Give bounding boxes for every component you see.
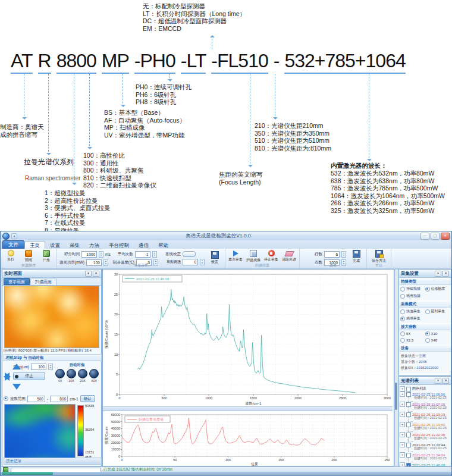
expand-icon[interactable] <box>400 412 405 417</box>
tab-acquire[interactable]: 采集 <box>65 242 84 249</box>
item-checkbox[interactable] <box>406 453 411 458</box>
item-checkbox[interactable] <box>406 412 411 417</box>
tree-item-subtitle: 创建时间 : 2021-02-25 … <box>400 447 450 452</box>
range-confirm-button[interactable]: 确认 <box>80 395 95 402</box>
quick-access-dropdown-icon[interactable]: ▾ <box>11 233 17 239</box>
item-checkbox[interactable] <box>406 443 411 447</box>
radio-option[interactable]: 位移触发 <box>425 286 450 292</box>
model-seg-lt: -LT <box>181 50 206 74</box>
expand-icon[interactable] <box>400 386 405 392</box>
dpad-up-button[interactable] <box>12 364 21 369</box>
scan-imaging-button[interactable]: 扫描成像 <box>246 250 261 263</box>
tab-help[interactable]: 帮助 <box>153 242 173 249</box>
range-from-input[interactable]: 500 <box>27 396 45 402</box>
rows-input[interactable]: 6 <box>324 251 340 258</box>
illumination-button[interactable]: 照明 <box>21 250 36 263</box>
dpad-right-button[interactable] <box>5 372 11 381</box>
svg-text:200: 200 <box>331 458 337 462</box>
bottom-strip-accent <box>2 472 53 475</box>
light-off-button[interactable]: 关灯 <box>3 250 18 262</box>
scrollbar-handle[interactable] <box>395 383 397 410</box>
panel-pin-icon[interactable]: ▾ <box>435 271 441 277</box>
tab-communication[interactable]: 通信 <box>134 242 153 249</box>
tab-scan-view[interactable]: 扫描画面 <box>30 278 56 285</box>
dpad-down-button[interactable] <box>12 384 21 390</box>
file-menu-button[interactable]: 文件 <box>2 240 24 249</box>
expand-icon[interactable] <box>400 422 405 427</box>
stop-acquire-button[interactable]: 停止采集 <box>263 250 279 262</box>
integration-spinner[interactable] <box>99 251 103 258</box>
panel-close-icon[interactable]: ✕ <box>442 271 449 277</box>
step-spinner[interactable] <box>48 364 53 370</box>
expand-icon[interactable] <box>400 402 405 407</box>
svg-text:位置: 位置 <box>251 462 258 466</box>
radio-option[interactable]: X10 <box>425 331 450 336</box>
panel-splitter[interactable] <box>103 406 393 411</box>
average-count-input[interactable]: 1 <box>135 251 150 258</box>
radio-option[interactable]: 精准拍摄 <box>400 293 425 299</box>
baseline-toggle[interactable] <box>183 251 196 257</box>
connector-mp <box>123 74 123 107</box>
objective-10x-button[interactable]: 10X <box>67 369 76 383</box>
tab-home[interactable]: 主页 <box>24 241 45 249</box>
close-button[interactable]: ✕ <box>441 233 450 240</box>
svg-text:60000: 60000 <box>111 413 120 416</box>
panel-pin-icon[interactable]: ▾ <box>435 378 441 384</box>
single-acquire-button[interactable]: 单次采集 <box>228 250 243 262</box>
radio-option[interactable]: X2.5 <box>400 338 425 343</box>
laser-title: 内置激光器的波长： <box>331 162 387 170</box>
radio-option[interactable]: 延时采集 <box>425 309 450 314</box>
svg-text:250: 250 <box>384 458 390 462</box>
item-checkbox[interactable] <box>406 422 411 427</box>
radio-option[interactable]: 持续拍摄 <box>400 286 425 292</box>
model-number-diagram: 无：标配制冷型探测器 LT：长积分时间探测器（Long time） DC：超低温… <box>0 0 452 231</box>
item-checkbox[interactable] <box>406 433 411 437</box>
connector-r <box>48 74 49 155</box>
range-to-input[interactable]: 800 <box>50 396 68 402</box>
tree-root[interactable]: 内存列表 <box>400 386 450 392</box>
camera-tabs: 显示画面 扫描画面 <box>2 278 101 286</box>
integration-time-input[interactable]: 1000 <box>81 251 97 258</box>
svg-text:强度/Count: 强度/Count <box>104 427 109 444</box>
range-radio[interactable] <box>4 396 8 401</box>
radio-option[interactable]: 5X <box>400 331 425 336</box>
dpad-center-button[interactable] <box>15 375 18 378</box>
panel-close-icon[interactable]: ✕ <box>93 271 99 277</box>
expand-icon[interactable] <box>400 452 405 458</box>
wide-angle-button[interactable]: 广角 <box>39 250 54 263</box>
tab-live-view[interactable]: 显示画面 <box>4 278 30 285</box>
expand-icon[interactable] <box>400 392 405 397</box>
model-seg-8800: 8800 <box>56 50 96 74</box>
tab-settings[interactable]: 设置 <box>45 242 65 249</box>
minimize-button[interactable]: — <box>420 233 429 240</box>
tab-stage-control[interactable]: 平台控制 <box>104 242 134 249</box>
expand-icon[interactable] <box>400 432 405 437</box>
tab-method[interactable]: 方法 <box>84 242 104 249</box>
save-method-button[interactable]: 保存方法 <box>369 250 388 264</box>
clear-spectrum-button[interactable]: 清除光谱 <box>281 250 297 262</box>
step-size-input[interactable]: 100 <box>31 364 46 370</box>
average-spinner[interactable] <box>152 251 157 258</box>
item-checkbox[interactable] <box>406 402 411 407</box>
history-bar[interactable]: 历史记录 <box>4 458 102 465</box>
svg-text:100: 100 <box>225 458 231 462</box>
objective-20x-button[interactable]: 20X <box>78 369 87 383</box>
objective-40x-button[interactable]: 40X <box>89 369 99 383</box>
item-checkbox[interactable] <box>406 392 411 397</box>
objective-4x-button[interactable]: 4X <box>55 369 65 383</box>
base-type-block: BS：基本型（Base） AF：自动聚焦（Auto-focus） MP：扫描成像… <box>104 109 186 139</box>
tree-elbow <box>408 437 413 442</box>
maximize-button[interactable]: ▢ <box>431 233 440 240</box>
connector-8800-family <box>89 74 90 149</box>
detector-options-block: 无：标配制冷型探测器 LT：长积分时间探测器（Long time） DC：超低温… <box>143 2 246 32</box>
radio-option[interactable]: X40 <box>425 338 450 343</box>
root-checkbox[interactable] <box>406 387 411 392</box>
app-orb-icon[interactable] <box>2 233 10 240</box>
panel-pin-icon[interactable]: ▾ <box>85 271 92 277</box>
radio-option[interactable]: 快速采集 <box>400 309 425 314</box>
panel-close-icon[interactable]: ✕ <box>442 378 449 384</box>
radio-option[interactable]: 精准采集 <box>400 316 425 321</box>
rows-spinner[interactable] <box>341 251 346 258</box>
expand-icon[interactable] <box>400 442 405 447</box>
done-button[interactable]: 完成 <box>349 250 364 264</box>
